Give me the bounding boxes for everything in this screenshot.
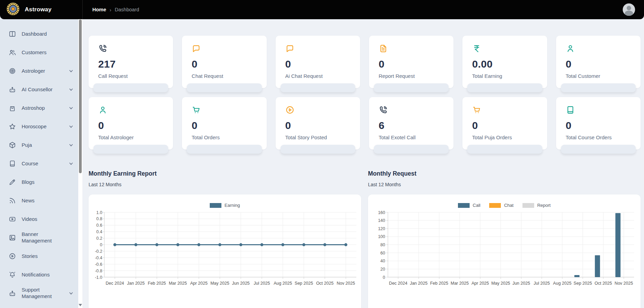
- svg-text:Mar 2025: Mar 2025: [169, 281, 187, 286]
- sidebar-item-horoscope[interactable]: Horoscope: [0, 117, 78, 136]
- sidebar-item-notifications[interactable]: Notifications: [0, 265, 78, 284]
- bag-icon: [9, 104, 16, 112]
- breadcrumb-home[interactable]: Home: [92, 7, 106, 12]
- sidebar-item-course[interactable]: Course: [0, 154, 78, 173]
- svg-text:-0.4: -0.4: [95, 256, 102, 260]
- sidebar-nav: DashboardCustomersAstrologerAI Counsello…: [0, 19, 78, 308]
- sidebar-item-label: Astroshop: [22, 105, 45, 111]
- sidebar-item-label: Support Management: [22, 287, 62, 300]
- svg-text:20: 20: [380, 267, 385, 272]
- svg-text:Mar 2025: Mar 2025: [451, 281, 469, 286]
- stats-row-1: 217Call Request0Chat Request0Ai Chat Req…: [89, 36, 641, 88]
- svg-text:160: 160: [378, 210, 385, 215]
- svg-text:100: 100: [378, 234, 385, 239]
- request-bar-chart: 020406080100120140160Dec 2024Jan 2025Feb…: [368, 194, 640, 308]
- svg-text:60: 60: [380, 251, 385, 256]
- stat-card-total-story-posted: 0Total Story Posted: [276, 97, 360, 150]
- earning-chart-subtitle: Last 12 Months: [89, 182, 361, 187]
- stat-label: Total Exotel Call: [379, 134, 444, 140]
- sidebar-scrollbar-thumb[interactable]: [79, 20, 82, 173]
- stat-value: 0.00: [472, 58, 537, 70]
- sidebar-scroll-down-icon[interactable]: [79, 304, 82, 306]
- brand-zone: Astroway: [0, 2, 82, 17]
- sidebar-item-support-management[interactable]: Support Management: [0, 284, 78, 303]
- sidebar-item-dashboard[interactable]: Dashboard: [0, 25, 78, 43]
- chevron-down-icon: [69, 124, 73, 129]
- sidebar-item-banner-management[interactable]: Banner Management: [0, 228, 78, 247]
- svg-text:0.4: 0.4: [96, 229, 102, 234]
- robot-icon: [9, 289, 16, 297]
- svg-text:1.0: 1.0: [96, 210, 102, 215]
- svg-text:0.2: 0.2: [96, 236, 102, 241]
- bell-icon: [9, 271, 16, 279]
- play-circle-icon: [285, 105, 295, 115]
- earning-line-chart: -1.0-0.8-0.6-0.4-0.200.20.40.60.81.0Dec …: [89, 194, 361, 308]
- svg-text:Jun 2025: Jun 2025: [232, 281, 250, 286]
- dashboard-icon: [9, 30, 16, 38]
- sidebar-item-stories[interactable]: Stories: [0, 247, 78, 265]
- sidebar-item-customers[interactable]: Customers: [0, 43, 78, 62]
- robot-icon: [9, 86, 16, 93]
- sidebar-item-news[interactable]: News: [0, 191, 78, 210]
- svg-text:Nov 2025: Nov 2025: [614, 281, 633, 286]
- svg-text:-1.0: -1.0: [95, 275, 102, 280]
- stat-value: 0: [285, 58, 350, 70]
- svg-text:Feb 2025: Feb 2025: [430, 281, 448, 286]
- sidebar-item-label: Course: [22, 161, 38, 167]
- svg-text:Oct 2025: Oct 2025: [595, 281, 612, 286]
- svg-text:Dec 2024: Dec 2024: [106, 281, 124, 286]
- sidebar-item-blogs[interactable]: Blogs: [0, 173, 78, 191]
- chevron-down-icon: [69, 69, 73, 73]
- sidebar-item-astroshop[interactable]: Astroshop: [0, 99, 78, 117]
- svg-text:Aug 2025: Aug 2025: [553, 281, 572, 286]
- play-icon: [9, 252, 16, 260]
- svg-text:-0.2: -0.2: [95, 249, 102, 254]
- svg-text:-0.8: -0.8: [95, 269, 102, 273]
- user-avatar[interactable]: [623, 3, 635, 16]
- chevron-down-icon: [69, 161, 73, 166]
- chevron-down-icon: [69, 106, 73, 110]
- svg-text:Dec 2024: Dec 2024: [389, 281, 407, 286]
- stat-value: 0: [472, 120, 537, 131]
- avatar-head-icon: [627, 6, 631, 10]
- stat-card-total-exotel-call: 6Total Exotel Call: [369, 97, 453, 150]
- earning-chart-card: Earning -1.0-0.8-0.6-0.4-0.200.20.40.60.…: [89, 194, 361, 308]
- stat-card-chat-request: 0Chat Request: [182, 36, 266, 88]
- box-icon: [9, 141, 16, 149]
- charts-row: Monthly Earning Report Last 12 Months Ea…: [89, 170, 641, 308]
- svg-text:0: 0: [100, 242, 102, 247]
- svg-text:Jul 2025: Jul 2025: [254, 281, 270, 286]
- astroway-logo-icon: [6, 2, 20, 17]
- stat-card-call-request: 217Call Request: [89, 36, 173, 88]
- stat-card-total-puja-orders: 0Total Puja Orders: [462, 97, 547, 150]
- stat-card-total-astrologer: 0Total Astrologer: [89, 97, 173, 150]
- svg-text:0.8: 0.8: [96, 216, 102, 221]
- breadcrumb-current: Dashboard: [115, 7, 139, 12]
- earning-chart-section: Monthly Earning Report Last 12 Months Ea…: [89, 170, 361, 308]
- svg-text:0: 0: [383, 275, 385, 280]
- sidebar-item-astrologer[interactable]: Astrologer: [0, 62, 78, 80]
- sidebar-item-label: News: [22, 198, 35, 204]
- stat-card-total-course-orders: 0Total Course Orders: [556, 97, 641, 150]
- chevron-down-icon: [69, 291, 73, 296]
- person-icon: [98, 105, 107, 115]
- phone-icon: [379, 105, 388, 115]
- svg-text:Sep 2025: Sep 2025: [295, 281, 313, 286]
- sidebar-item-videos[interactable]: Videos: [0, 210, 78, 228]
- stat-label: Report Request: [379, 73, 444, 79]
- svg-text:May 2025: May 2025: [210, 281, 229, 286]
- stat-value: 0: [192, 58, 257, 70]
- sidebar-item-label: Blogs: [22, 179, 35, 186]
- stat-value: 0: [98, 120, 163, 131]
- stat-card-total-orders: 0Total Orders: [182, 97, 266, 150]
- request-chart-title: Monthly Request: [368, 170, 641, 177]
- stat-label: Total Customer: [566, 73, 631, 79]
- star-icon: [9, 123, 16, 130]
- sidebar-item-puja[interactable]: Puja: [0, 136, 78, 154]
- breadcrumb: Home › Dashboard: [92, 7, 139, 13]
- stat-value: 0: [566, 120, 631, 131]
- request-chart-card: CallChatReport 020406080100120140160Dec …: [368, 194, 641, 308]
- sidebar-item-ai-counsellor[interactable]: AI Counsellor: [0, 80, 78, 99]
- stat-value: 0: [566, 58, 631, 70]
- stat-value: 0: [192, 120, 257, 131]
